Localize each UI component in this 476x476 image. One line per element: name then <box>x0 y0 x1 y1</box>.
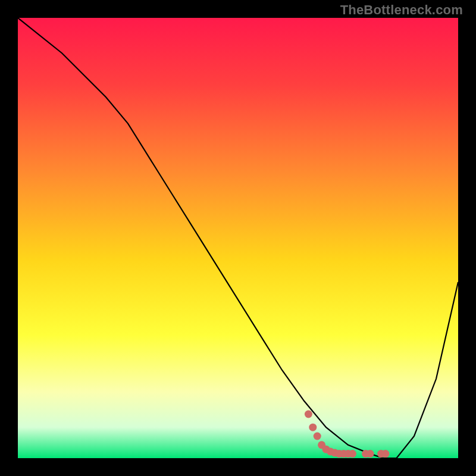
optimal-marker <box>367 450 374 458</box>
watermark-text: TheBottleneck.com <box>340 2 463 18</box>
optimal-marker <box>381 450 389 458</box>
optimal-marker <box>349 450 356 458</box>
chart-svg <box>18 18 458 458</box>
gradient-rect <box>18 18 458 458</box>
optimal-marker <box>309 424 317 431</box>
optimal-marker <box>314 433 321 440</box>
optimal-marker <box>305 411 312 418</box>
chart-plot-area <box>18 18 458 458</box>
